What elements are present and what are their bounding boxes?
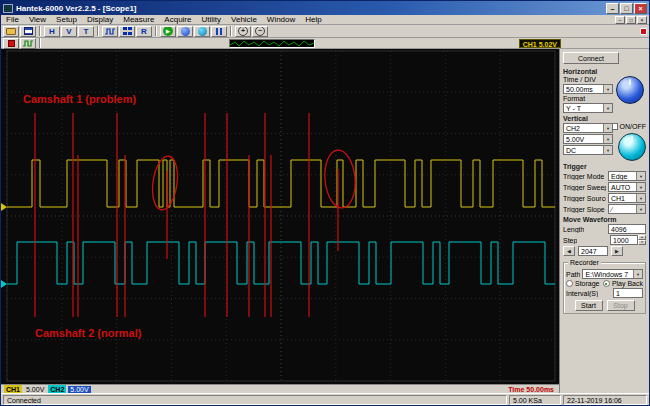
vertical-settings-button[interactable]: V — [61, 26, 77, 37]
app-icon — [3, 4, 13, 13]
green-pulse-icon — [22, 39, 34, 48]
trigger-slope-select[interactable]: ∕ — [608, 204, 646, 214]
menu-help[interactable]: Help — [300, 15, 326, 24]
spin-down-icon[interactable]: ▼ — [638, 240, 646, 245]
autoset-button[interactable]: ▶ — [160, 26, 176, 37]
storage-radio[interactable]: Storage — [566, 280, 600, 287]
vertical-position-knob[interactable] — [618, 133, 646, 161]
length-label: Length — [563, 226, 584, 233]
radio-selected-icon — [603, 280, 610, 287]
coupling-select[interactable]: DC — [563, 145, 613, 155]
move-left-button[interactable]: ◀ — [563, 246, 575, 256]
run-button[interactable] — [177, 26, 193, 37]
trigger-settings-button[interactable]: T — [78, 26, 94, 37]
vertical-section-title: Vertical — [563, 115, 646, 122]
waveform-mode-button[interactable] — [102, 26, 118, 37]
maximize-button[interactable]: □ — [620, 3, 633, 14]
trigger-sweep-label: Trigger Sweep — [563, 184, 606, 191]
scope-display[interactable]: Camshaft 1 (problem)Camshaft 2 (normal) — [1, 49, 559, 384]
horizontal-settings-button[interactable]: H — [44, 26, 60, 37]
mdi-restore-button[interactable]: □ — [626, 16, 636, 24]
channel-select[interactable]: CH2 — [563, 123, 613, 133]
signal-view-button[interactable] — [20, 38, 36, 49]
single-button[interactable] — [194, 26, 210, 37]
trigger-sweep-value: AUTO — [611, 184, 630, 191]
trigger-source-select[interactable]: CH1 — [608, 193, 646, 203]
trigger-sweep-select[interactable]: AUTO — [608, 182, 646, 192]
main-area: Camshaft 1 (problem)Camshaft 2 (normal) … — [1, 49, 649, 393]
start-button[interactable]: Start — [575, 300, 603, 311]
channel-value: CH2 — [566, 125, 580, 132]
toolbar-separator — [97, 26, 99, 36]
zoom-in-icon: + — [238, 26, 248, 36]
coupling-value: DC — [566, 147, 576, 154]
zoom-in-button[interactable]: + — [235, 26, 251, 37]
toolbar-separator — [155, 26, 157, 36]
menu-vehicle[interactable]: Vehicle — [226, 15, 262, 24]
refresh-button[interactable]: R — [136, 26, 152, 37]
pause-icon — [216, 28, 222, 35]
zoom-out-icon: − — [255, 26, 265, 36]
menu-file[interactable]: File — [1, 15, 24, 24]
horizontal-position-knob[interactable] — [616, 76, 644, 104]
position-value: 2047 — [578, 246, 608, 256]
toolbar-separator — [39, 26, 41, 36]
path-select[interactable]: E:\Windows 7 — [582, 269, 643, 279]
format-select[interactable]: Y - T — [563, 103, 613, 113]
window-title: Hantek-6000 Ver2.2.5 - [Scope1] — [16, 4, 137, 13]
playback-label: Play Back — [612, 280, 643, 287]
datetime: 22-11-2019 16:06 — [563, 395, 647, 405]
menu-utility[interactable]: Utility — [196, 15, 226, 24]
step-input[interactable]: 1000 — [610, 235, 638, 245]
time-div-value: 50.00ms — [566, 86, 593, 93]
horizontal-section-title: Horizontal — [563, 68, 646, 75]
ch1-volts: 5.00V — [24, 386, 46, 393]
trigger-mode-value: Edge — [611, 173, 627, 180]
channel-onoff-toggle[interactable]: ON/OFF — [611, 123, 646, 130]
menu-display[interactable]: Display — [82, 15, 118, 24]
menu-view[interactable]: View — [24, 15, 51, 24]
recorder-title: Recorder — [568, 259, 601, 266]
format-label: Format — [563, 95, 613, 102]
menu-measure[interactable]: Measure — [118, 15, 159, 24]
step-spinner[interactable]: ▲ ▼ — [638, 235, 646, 245]
time-div-select[interactable]: 50.00ms — [563, 84, 613, 94]
volts-div-value: 5.00V — [566, 136, 584, 143]
interval-label: Interval(S) — [566, 290, 598, 297]
app-window: Hantek-6000 Ver2.2.5 - [Scope1] – □ × Fi… — [0, 0, 650, 406]
display-grid-button[interactable] — [119, 26, 135, 37]
recorder-group: Recorder Path E:\Windows 7 Storage Play … — [563, 262, 646, 314]
stop-icon — [8, 40, 15, 47]
stop-button[interactable]: Stop — [607, 300, 635, 311]
volts-div-select[interactable]: 5.00V — [563, 134, 613, 144]
mdi-close-button[interactable]: × — [637, 16, 647, 24]
step-label: Step — [563, 237, 577, 244]
toolbar-separator — [39, 38, 41, 48]
control-panel: Connect Horizontal Time / DIV 50.00ms Fo… — [559, 49, 649, 393]
stop-record-button[interactable] — [3, 38, 19, 49]
move-right-button[interactable]: ▶ — [611, 246, 623, 256]
minimize-button[interactable]: – — [606, 3, 619, 14]
playback-radio[interactable]: Play Back — [603, 280, 643, 287]
menu-bar: File View Setup Display Measure Acquire … — [1, 15, 649, 25]
length-value: 4096 — [608, 224, 646, 234]
scope-area: Camshaft 1 (problem)Camshaft 2 (normal) … — [1, 49, 559, 393]
svg-text:Camshaft 2 (normal): Camshaft 2 (normal) — [35, 327, 142, 339]
mini-waveform-display — [229, 39, 315, 48]
pause-button[interactable] — [211, 26, 227, 37]
open-button[interactable] — [3, 26, 19, 37]
mini-waveform-icon — [230, 39, 314, 48]
connect-button[interactable]: Connect — [563, 52, 619, 64]
close-button[interactable]: × — [634, 3, 647, 14]
menu-window[interactable]: Window — [262, 15, 300, 24]
menu-setup[interactable]: Setup — [51, 15, 82, 24]
interval-input[interactable]: 1 — [613, 288, 643, 298]
mdi-minimize-button[interactable]: – — [615, 16, 625, 24]
trigger-slope-label: Trigger Slope — [563, 206, 605, 213]
trigger-mode-select[interactable]: Edge — [608, 171, 646, 181]
menu-acquire[interactable]: Acquire — [159, 15, 196, 24]
grid-icon — [123, 27, 132, 35]
save-button[interactable] — [20, 26, 36, 37]
zoom-out-button[interactable]: − — [252, 26, 268, 37]
path-value: E:\Windows 7 — [585, 271, 628, 278]
